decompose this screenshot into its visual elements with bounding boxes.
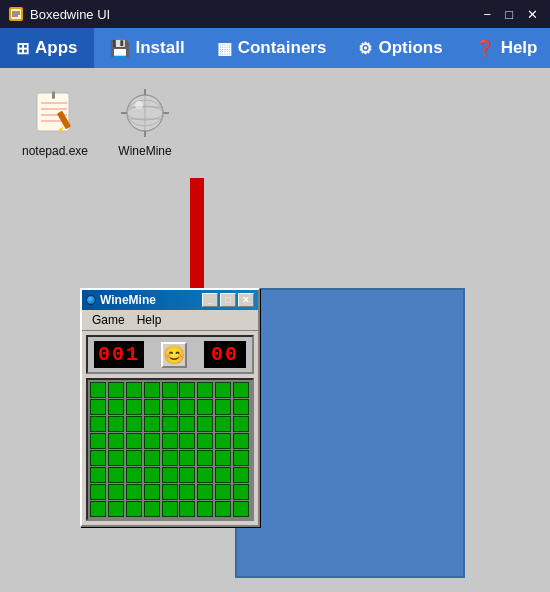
mine-grid bbox=[86, 378, 254, 521]
mine-cell[interactable] bbox=[126, 450, 142, 466]
mine-cell[interactable] bbox=[90, 433, 106, 449]
winemine-label: WineMine bbox=[118, 144, 171, 158]
mine-cell[interactable] bbox=[233, 450, 249, 466]
mine-cell[interactable] bbox=[144, 416, 160, 432]
winemine-minimize-button[interactable]: _ bbox=[202, 293, 218, 307]
mine-cell[interactable] bbox=[197, 450, 213, 466]
mine-cell[interactable] bbox=[126, 433, 142, 449]
mine-cell[interactable] bbox=[233, 484, 249, 500]
mine-cell[interactable] bbox=[162, 416, 178, 432]
mine-cell[interactable] bbox=[126, 501, 142, 517]
minimize-button[interactable]: − bbox=[480, 8, 496, 21]
close-button[interactable]: ✕ bbox=[523, 8, 542, 21]
mine-cell[interactable] bbox=[144, 450, 160, 466]
mine-cell[interactable] bbox=[162, 467, 178, 483]
mine-cell[interactable] bbox=[197, 433, 213, 449]
winemine-menu-help[interactable]: Help bbox=[131, 312, 168, 328]
score-panel: 001 😊 00 bbox=[86, 335, 254, 374]
mine-cell[interactable] bbox=[197, 416, 213, 432]
install-nav-label: Install bbox=[136, 38, 185, 58]
mine-cell[interactable] bbox=[215, 399, 231, 415]
mine-cell[interactable] bbox=[215, 501, 231, 517]
mine-cell[interactable] bbox=[126, 467, 142, 483]
mine-cell[interactable] bbox=[233, 399, 249, 415]
mine-cell[interactable] bbox=[215, 433, 231, 449]
mine-cell[interactable] bbox=[197, 484, 213, 500]
mine-cell[interactable] bbox=[233, 467, 249, 483]
mine-cell[interactable] bbox=[90, 450, 106, 466]
mine-cell[interactable] bbox=[179, 484, 195, 500]
mine-cell[interactable] bbox=[179, 450, 195, 466]
mine-cell[interactable] bbox=[144, 433, 160, 449]
mine-cell[interactable] bbox=[144, 501, 160, 517]
mine-cell[interactable] bbox=[108, 433, 124, 449]
mine-cell[interactable] bbox=[162, 382, 178, 398]
mine-cell[interactable] bbox=[197, 399, 213, 415]
mine-cell[interactable] bbox=[233, 416, 249, 432]
mine-cell[interactable] bbox=[215, 382, 231, 398]
app-icon-notepad[interactable]: notepad.exe bbox=[20, 88, 90, 158]
svg-point-24 bbox=[135, 101, 143, 109]
mine-cell[interactable] bbox=[162, 484, 178, 500]
notepad-svg bbox=[31, 89, 79, 137]
notepad-label: notepad.exe bbox=[22, 144, 88, 158]
mine-cell[interactable] bbox=[215, 467, 231, 483]
winemine-menu-game[interactable]: Game bbox=[86, 312, 131, 328]
mine-cell[interactable] bbox=[215, 416, 231, 432]
mine-cell[interactable] bbox=[108, 399, 124, 415]
mine-cell[interactable] bbox=[108, 467, 124, 483]
mine-cell[interactable] bbox=[126, 416, 142, 432]
nav-item-containers[interactable]: ▦ Containers bbox=[201, 28, 343, 68]
mine-cell[interactable] bbox=[108, 382, 124, 398]
mine-cell[interactable] bbox=[126, 382, 142, 398]
mine-cell[interactable] bbox=[179, 501, 195, 517]
nav-item-install[interactable]: 💾 Install bbox=[94, 28, 201, 68]
nav-item-options[interactable]: ⚙ Options bbox=[342, 28, 458, 68]
smiley-button[interactable]: 😊 bbox=[161, 342, 187, 368]
containers-nav-icon: ▦ bbox=[217, 39, 232, 58]
mine-cell[interactable] bbox=[162, 433, 178, 449]
mine-cell[interactable] bbox=[144, 399, 160, 415]
mine-cell[interactable] bbox=[162, 450, 178, 466]
maximize-button[interactable]: □ bbox=[501, 8, 517, 21]
mine-cell[interactable] bbox=[233, 433, 249, 449]
mine-cell[interactable] bbox=[179, 416, 195, 432]
mine-cell[interactable] bbox=[215, 450, 231, 466]
mine-cell[interactable] bbox=[90, 467, 106, 483]
nav-item-apps[interactable]: ⊞ Apps bbox=[0, 28, 94, 68]
mine-cell[interactable] bbox=[179, 399, 195, 415]
mine-cell[interactable] bbox=[179, 382, 195, 398]
mine-cell[interactable] bbox=[162, 399, 178, 415]
mine-cell[interactable] bbox=[162, 501, 178, 517]
mine-cell[interactable] bbox=[108, 484, 124, 500]
winemine-maximize-button[interactable]: □ bbox=[220, 293, 236, 307]
mine-cell[interactable] bbox=[179, 467, 195, 483]
app-title: Boxedwine UI bbox=[30, 7, 110, 22]
mine-cell[interactable] bbox=[90, 382, 106, 398]
mine-cell[interactable] bbox=[90, 484, 106, 500]
mine-cell[interactable] bbox=[233, 382, 249, 398]
mine-cell[interactable] bbox=[126, 484, 142, 500]
title-bar-controls: − □ ✕ bbox=[480, 8, 542, 21]
mine-cell[interactable] bbox=[90, 399, 106, 415]
mine-cell[interactable] bbox=[233, 501, 249, 517]
mine-cell[interactable] bbox=[179, 433, 195, 449]
mine-cell[interactable] bbox=[144, 467, 160, 483]
mine-cell[interactable] bbox=[144, 484, 160, 500]
mine-cell[interactable] bbox=[90, 416, 106, 432]
mine-cell[interactable] bbox=[90, 501, 106, 517]
nav-bar: ⊞ Apps 💾 Install ▦ Containers ⚙ Options … bbox=[0, 28, 550, 68]
mine-cell[interactable] bbox=[108, 450, 124, 466]
app-icon-winemine[interactable]: WineMine bbox=[110, 88, 180, 158]
mine-cell[interactable] bbox=[197, 501, 213, 517]
mine-cell[interactable] bbox=[215, 484, 231, 500]
winemine-close-button[interactable]: ✕ bbox=[238, 293, 254, 307]
winemine-controls: _ □ ✕ bbox=[202, 293, 254, 307]
mine-cell[interactable] bbox=[108, 416, 124, 432]
nav-item-help[interactable]: ❓ Help bbox=[459, 28, 550, 68]
mine-cell[interactable] bbox=[144, 382, 160, 398]
mine-cell[interactable] bbox=[108, 501, 124, 517]
mine-cell[interactable] bbox=[126, 399, 142, 415]
mine-cell[interactable] bbox=[197, 467, 213, 483]
mine-cell[interactable] bbox=[197, 382, 213, 398]
